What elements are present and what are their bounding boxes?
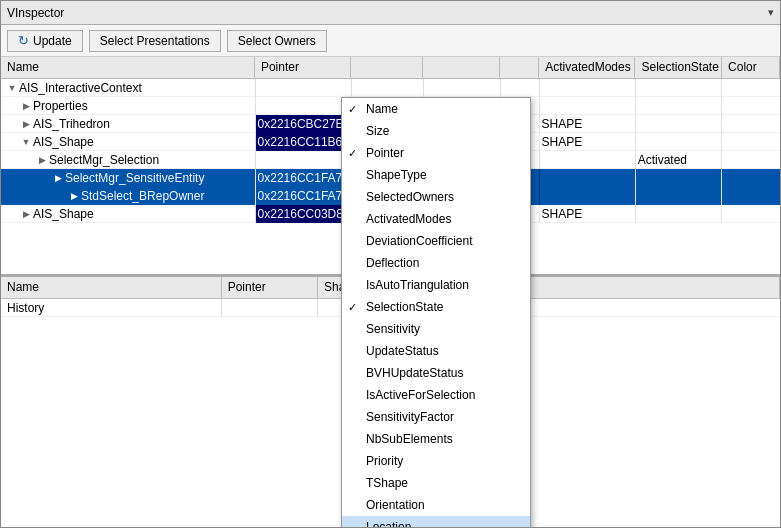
dropdown-menu: ✓NameSize✓PointerShapeTypeSelectedOwners… (341, 97, 531, 527)
expand-icon[interactable]: ▶ (35, 153, 49, 167)
name-cell: ▼ AIS_Shape (1, 133, 256, 151)
refresh-icon: ↻ (18, 33, 29, 48)
menu-item[interactable]: ActivatedModes (342, 208, 530, 230)
activated-cell (540, 79, 636, 97)
select-owners-label: Select Owners (238, 34, 316, 48)
col-header-name: Name (1, 57, 255, 78)
col-header-activatedmodes: ActivatedModes (539, 57, 635, 78)
selection-cell (636, 97, 723, 115)
menu-item[interactable]: SelectedOwners (342, 186, 530, 208)
menu-item[interactable]: BVHUpdateStatus (342, 362, 530, 384)
pointer-cell: 0x2216CC11B6 (256, 133, 352, 151)
expand-icon[interactable]: ▶ (19, 99, 33, 113)
menu-item[interactable]: ✓SelectionState (342, 296, 530, 318)
col-header-selectedowners (423, 57, 500, 78)
select-presentations-button[interactable]: Select Presentations (89, 30, 221, 52)
menu-item-label: DeviationCoefficient (366, 234, 473, 248)
menu-item-label: UpdateStatus (366, 344, 439, 358)
menu-item-label: ShapeType (366, 168, 427, 182)
activated-cell (540, 151, 636, 169)
menu-item[interactable]: Orientation (342, 494, 530, 516)
select-owners-button[interactable]: Select Owners (227, 30, 327, 52)
menu-item[interactable]: ✓Name (342, 98, 530, 120)
activated-cell: SHAPE (540, 205, 636, 223)
menu-item[interactable]: IsActiveForSelection (342, 384, 530, 406)
pointer-cell: 0x2216CC1FA7 (256, 169, 352, 187)
menu-item-label: ActivatedModes (366, 212, 451, 226)
menu-item[interactable]: UpdateStatus (342, 340, 530, 362)
menu-item-label: SensitivityFactor (366, 410, 454, 424)
color-cell (722, 187, 780, 205)
dropdown-arrow[interactable]: ▾ (768, 6, 774, 18)
col-header-blank (500, 57, 539, 78)
menu-item[interactable]: Priority (342, 450, 530, 472)
selection-cell (636, 79, 723, 97)
row-name: SelectMgr_SensitiveEntity (65, 171, 204, 185)
expand-icon[interactable]: ▶ (67, 189, 81, 203)
col-header-color: Color (722, 57, 780, 78)
update-button[interactable]: ↻ Update (7, 30, 83, 52)
blank-cell (501, 79, 540, 97)
row-name: StdSelect_BRepOwner (81, 189, 204, 203)
menu-item[interactable]: NbSubElements (342, 428, 530, 450)
bottom-pointer-cell (222, 299, 318, 317)
color-cell (722, 97, 780, 115)
menu-item-label: IsAutoTriangulation (366, 278, 469, 292)
table-row[interactable]: ▼ AIS_InteractiveContext (1, 79, 780, 97)
menu-item-label: Location (366, 520, 411, 527)
menu-item-label: NbSubElements (366, 432, 453, 446)
color-cell (722, 205, 780, 223)
selection-cell (636, 133, 723, 151)
menu-item-label: Orientation (366, 498, 425, 512)
menu-item[interactable]: Deflection (342, 252, 530, 274)
color-cell (722, 133, 780, 151)
expand-icon[interactable]: ▶ (19, 207, 33, 221)
select-presentations-label: Select Presentations (100, 34, 210, 48)
menu-item[interactable]: ✓Pointer (342, 142, 530, 164)
col-header-selectionstate: SelectionState (635, 57, 722, 78)
bottom-row-name: History (7, 301, 44, 315)
activated-cell (540, 97, 636, 115)
pointer-cell (256, 151, 352, 169)
expand-icon[interactable]: ▶ (51, 171, 65, 185)
selection-cell (636, 205, 723, 223)
menu-check-icon: ✓ (348, 103, 357, 116)
menu-item-label: Size (366, 124, 389, 138)
col-header-pointer: Pointer (255, 57, 351, 78)
color-cell (722, 151, 780, 169)
name-cell: ▶ StdSelect_BRepOwner (1, 187, 256, 205)
menu-item[interactable]: ShapeType (342, 164, 530, 186)
menu-item[interactable]: DeviationCoefficient (342, 230, 530, 252)
activated-cell (540, 187, 636, 205)
toolbar: ↻ Update Select Presentations Select Own… (1, 25, 780, 57)
menu-item[interactable]: Location (342, 516, 530, 527)
bottom-name-cell: History (1, 299, 222, 317)
shape-cell (352, 79, 424, 97)
bottom-col-name: Name (1, 277, 222, 298)
menu-item[interactable]: Sensitivity (342, 318, 530, 340)
window-title: VInspector (7, 6, 64, 20)
menu-item-label: SelectedOwners (366, 190, 454, 204)
update-label: Update (33, 34, 72, 48)
row-name: AIS_Shape (33, 135, 94, 149)
main-window: VInspector ▾ ↻ Update Select Presentatio… (0, 0, 781, 528)
row-name: AIS_InteractiveContext (19, 81, 142, 95)
expand-icon[interactable]: ▶ (19, 117, 33, 131)
expand-icon[interactable]: ▼ (19, 135, 33, 149)
color-cell (722, 79, 780, 97)
expand-icon[interactable]: ▼ (5, 81, 19, 95)
name-cell: ▶ AIS_Shape (1, 205, 256, 223)
menu-item[interactable]: Size (342, 120, 530, 142)
menu-item[interactable]: TShape (342, 472, 530, 494)
menu-item[interactable]: IsAutoTriangulation (342, 274, 530, 296)
row-name: SelectMgr_Selection (49, 153, 159, 167)
activated-cell (540, 169, 636, 187)
menu-item-label: IsActiveForSelection (366, 388, 475, 402)
menu-item-label: BVHUpdateStatus (366, 366, 463, 380)
row-name: AIS_Trihedron (33, 117, 110, 131)
menu-item[interactable]: SensitivityFactor (342, 406, 530, 428)
selection-cell (636, 187, 723, 205)
menu-item-label: Priority (366, 454, 403, 468)
top-table-header: Name Pointer ActivatedModes SelectionSta… (1, 57, 780, 79)
name-cell: ▶ SelectMgr_Selection (1, 151, 256, 169)
